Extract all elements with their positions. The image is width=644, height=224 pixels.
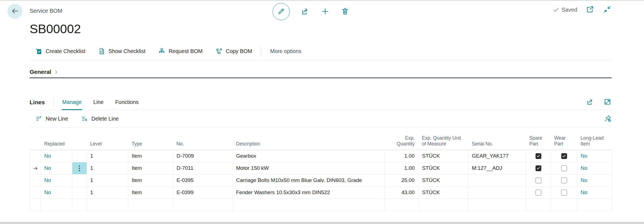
cell-exp_quantity[interactable]: 25.00 xyxy=(385,174,419,186)
cell-spare_part[interactable] xyxy=(526,150,551,162)
empty-cell[interactable] xyxy=(41,199,72,211)
cell-level[interactable]: 1 xyxy=(87,174,128,186)
cell-wear_part[interactable] xyxy=(551,186,577,199)
spare_part-checkbox[interactable] xyxy=(536,178,541,183)
empty-cell[interactable] xyxy=(128,199,173,211)
cell-wear_part[interactable] xyxy=(551,162,577,174)
empty-cell[interactable] xyxy=(577,199,612,211)
cell-type[interactable]: Item xyxy=(128,186,173,199)
col-header-replaced[interactable]: Replaced xyxy=(41,131,72,150)
new-line-button[interactable]: New Line xyxy=(35,115,68,123)
new-button[interactable] xyxy=(321,7,330,17)
col-header-exp_quantity_uom[interactable]: Exp. Quantity Unit of Measure xyxy=(419,131,469,150)
cell-description[interactable]: Carriage Bolts M10x50 mm Blue Galv. DIN6… xyxy=(233,174,385,186)
delete-line-button[interactable]: Delete Line xyxy=(81,115,119,123)
tab-manage[interactable]: Manage xyxy=(62,94,82,110)
cell-serial_no[interactable] xyxy=(469,186,526,199)
empty-cell[interactable] xyxy=(419,199,469,211)
wear_part-checkbox[interactable] xyxy=(561,153,567,159)
cell-exp_quantity_uom[interactable]: STÜCK xyxy=(419,174,469,186)
cell-type[interactable]: Item xyxy=(128,162,173,174)
long_lead_item-value[interactable]: No xyxy=(581,165,587,171)
cell-long_lead_item[interactable]: No xyxy=(577,150,612,162)
replaced-value[interactable]: No xyxy=(44,165,51,171)
cell-exp_quantity[interactable]: 1.00 xyxy=(385,150,419,162)
col-header-type[interactable]: Type xyxy=(128,131,173,150)
row-menu-cell[interactable]: ⋮ xyxy=(72,162,87,174)
replaced-value[interactable]: No xyxy=(44,177,51,183)
more-options-button[interactable]: More options xyxy=(270,48,301,54)
cell-replaced[interactable]: No xyxy=(41,150,72,162)
cell-wear_part[interactable] xyxy=(551,174,577,186)
cell-description[interactable]: Fender Washers 10.5x30x3 mm DIN522 xyxy=(233,186,385,199)
cell-no[interactable]: D-7011 xyxy=(173,162,233,174)
replaced-value[interactable]: No xyxy=(44,189,51,195)
cell-replaced[interactable]: No xyxy=(41,174,72,186)
col-header-long_lead_item[interactable]: Long-Lead Item xyxy=(577,131,612,150)
tab-functions[interactable]: Functions xyxy=(115,94,139,110)
empty-cell[interactable] xyxy=(233,199,385,211)
cell-long_lead_item[interactable]: No xyxy=(577,174,612,186)
empty-cell[interactable] xyxy=(87,199,128,211)
cell-spare_part[interactable] xyxy=(526,174,551,186)
cell-spare_part[interactable] xyxy=(526,186,551,199)
wear_part-checkbox[interactable] xyxy=(561,190,567,196)
cell-long_lead_item[interactable]: No xyxy=(577,186,612,199)
cell-level[interactable]: 1 xyxy=(87,162,128,174)
cell-level[interactable]: 1 xyxy=(87,150,128,162)
cell-description[interactable]: Motor 150 kW xyxy=(233,162,385,174)
cell-serial_no[interactable]: GEAR_YAK177 xyxy=(469,150,526,162)
cell-exp_quantity_uom[interactable]: STÜCK xyxy=(419,162,469,174)
copy-bom-button[interactable]: Copy BOM xyxy=(215,48,252,55)
cell-spare_part[interactable] xyxy=(526,162,551,174)
long_lead_item-value[interactable]: No xyxy=(581,153,587,159)
cell-wear_part[interactable] xyxy=(551,150,577,162)
lines-share-button[interactable] xyxy=(586,98,594,107)
cell-exp_quantity[interactable]: 43.00 xyxy=(385,186,419,199)
open-in-new-window-button[interactable] xyxy=(586,5,594,15)
cell-level[interactable]: 1 xyxy=(87,186,128,199)
empty-cell[interactable] xyxy=(173,199,233,211)
col-header-exp_quantity[interactable]: Exp. Quantity xyxy=(385,131,419,150)
col-header-no[interactable]: No. xyxy=(173,131,233,150)
request-bom-button[interactable]: Request BOM xyxy=(158,48,202,55)
wear_part-checkbox[interactable] xyxy=(561,178,567,183)
cell-exp_quantity[interactable]: 1.00 xyxy=(385,162,419,174)
cell-type[interactable]: Item xyxy=(128,174,173,186)
cell-description[interactable]: Gearbox xyxy=(233,150,385,162)
cell-no[interactable]: E-0395 xyxy=(173,174,233,186)
unpin-button[interactable] xyxy=(604,114,612,123)
empty-cell[interactable] xyxy=(30,199,41,211)
cell-long_lead_item[interactable]: No xyxy=(577,162,612,174)
empty-cell[interactable] xyxy=(526,199,551,211)
long_lead_item-value[interactable]: No xyxy=(581,189,587,195)
create-checklist-button[interactable]: Create Checklist xyxy=(35,48,85,55)
col-header-description[interactable]: Description xyxy=(233,131,385,150)
collapse-button[interactable] xyxy=(603,5,612,15)
cell-no[interactable]: E-0399 xyxy=(173,186,233,199)
general-section-header[interactable]: General xyxy=(30,69,612,78)
col-header-level[interactable]: Level xyxy=(87,131,128,150)
spare_part-checkbox[interactable] xyxy=(536,165,541,171)
empty-cell[interactable] xyxy=(551,199,577,211)
edit-button[interactable] xyxy=(273,3,290,20)
col-header-serial_no[interactable]: Serial No. xyxy=(469,131,526,150)
col-header-wear_part[interactable]: Wear Part xyxy=(551,131,577,150)
empty-cell[interactable] xyxy=(385,199,419,211)
empty-cell[interactable] xyxy=(72,199,87,211)
cell-serial_no[interactable] xyxy=(469,174,526,186)
back-button[interactable] xyxy=(7,4,22,19)
replaced-value[interactable]: No xyxy=(44,153,51,159)
cell-replaced[interactable]: No xyxy=(41,162,72,174)
share-button[interactable] xyxy=(301,7,310,17)
delete-button[interactable] xyxy=(341,7,350,17)
spare_part-checkbox[interactable] xyxy=(536,190,541,196)
lines-expand-button[interactable] xyxy=(603,98,612,107)
col-header-spare_part[interactable]: Spare Part xyxy=(526,131,551,150)
cell-type[interactable]: Item xyxy=(128,150,173,162)
cell-serial_no[interactable]: M:127__ADJ xyxy=(469,162,526,174)
cell-exp_quantity_uom[interactable]: STÜCK xyxy=(419,150,469,162)
tab-line[interactable]: Line xyxy=(93,94,104,110)
long_lead_item-value[interactable]: No xyxy=(581,177,587,183)
wear_part-checkbox[interactable] xyxy=(561,165,567,171)
